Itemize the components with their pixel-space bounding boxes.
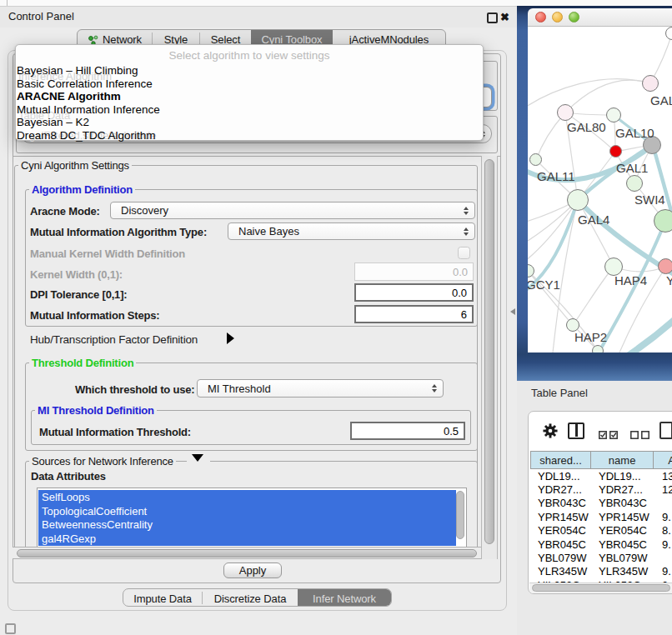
network-window-titlebar[interactable] — [528, 8, 672, 27]
hub-definition-label[interactable]: Hub/Transcription Factor Definition — [30, 333, 198, 346]
columns-icon[interactable] — [568, 422, 584, 439]
unchecked-pair-icon[interactable] — [630, 428, 650, 442]
table-row[interactable]: YBL079WYBL079W — [530, 551, 672, 564]
network-node[interactable] — [654, 209, 672, 232]
sources-collapse-arrow-icon[interactable] — [192, 454, 203, 462]
table-row[interactable]: YER054CYER054C8. — [530, 524, 672, 538]
tab-impute-data[interactable]: Impute Data — [123, 589, 202, 607]
node-label: HAP4 — [614, 273, 647, 288]
list-item-label: BetweennessCentrality — [42, 518, 153, 531]
manual-kernel-checkbox[interactable] — [458, 247, 470, 259]
network-node[interactable] — [642, 75, 659, 92]
popup-item[interactable]: Bayesian – Hill Climbing — [17, 64, 479, 78]
table-panel-title: Table Panel — [531, 387, 588, 399]
dpi-tolerance-field[interactable]: 0.0 — [354, 283, 474, 302]
node-label: GAL1 — [616, 161, 648, 175]
node-label: HAP2 — [574, 330, 607, 344]
table-row[interactable]: YLR345WYLR345W9. — [530, 565, 672, 578]
network-node[interactable] — [606, 108, 621, 122]
table-header-name[interactable]: name — [591, 451, 654, 469]
control-panel-titlebar: Control Panel ✖ — [0, 7, 517, 28]
network-canvas[interactable]: GAL7 GAL80 GAL10 GAL1 GAL11 SWI4 GAL4 HA… — [528, 27, 672, 352]
table-header-shared[interactable]: shared... — [530, 451, 591, 469]
mi-steps-label: Mutual Information Steps: — [30, 309, 159, 322]
popup-item[interactable]: ARACNE Algorithm — [17, 90, 479, 103]
table-header-extra[interactable]: A — [654, 451, 672, 469]
cell: YLR345W — [592, 565, 655, 578]
node-label: GCY1 — [528, 278, 560, 292]
data-attributes-list[interactable]: SelfLoops TopologicalCoefficient Between… — [37, 488, 467, 548]
data-attributes-label: Data Attributes — [31, 470, 106, 482]
network-node[interactable] — [658, 258, 672, 274]
application-window: Control Panel ✖ Network Style Select Cyn… — [0, 0, 672, 635]
mi-threshold-value: 0.5 — [444, 425, 459, 438]
tab-discretize-data[interactable]: Discretize Data — [203, 589, 298, 607]
sources-title: Sources for Network Inference — [29, 455, 176, 468]
header-label: shared... — [539, 454, 582, 467]
kernel-width-value: 0.0 — [453, 266, 468, 278]
network-node[interactable] — [557, 104, 574, 121]
document-icon[interactable] — [659, 422, 672, 439]
table-hscrollbar-thumb[interactable] — [532, 584, 670, 592]
table-row[interactable]: YDR27...YDR27...12 — [530, 482, 672, 496]
apply-button-label: Apply — [239, 564, 267, 577]
network-node[interactable] — [592, 345, 604, 352]
kernel-width-field[interactable]: 0.0 — [354, 262, 474, 281]
node-label: GAL7 — [650, 93, 672, 108]
collapsed-panel-icon[interactable] — [5, 623, 16, 634]
header-label: A — [668, 454, 672, 467]
float-icon[interactable] — [487, 12, 498, 23]
mi-type-combo[interactable]: Naive Bayes — [228, 222, 475, 240]
node-label: SWI4 — [634, 192, 665, 207]
table-row[interactable]: YPR145WYPR145W9. — [530, 510, 672, 523]
aracne-mode-combo[interactable]: Discovery — [110, 202, 475, 219]
settings-vscrollbar-thumb[interactable] — [484, 159, 494, 544]
checked-pair-icon[interactable] — [599, 428, 619, 442]
cell: YER054C — [530, 524, 592, 537]
network-node[interactable] — [626, 175, 643, 192]
gear-icon[interactable] — [543, 423, 558, 442]
settings-hscrollbar-thumb[interactable] — [17, 549, 477, 558]
popup-item[interactable]: Basic Correlation Inference — [17, 78, 479, 91]
tab-impute-data-label: Impute Data — [133, 592, 192, 605]
splitter-arrow-icon[interactable] — [510, 308, 515, 315]
cell: YDR27... — [530, 483, 592, 496]
minimize-traffic-light-icon[interactable] — [552, 12, 563, 22]
node-label: GAL11 — [537, 169, 575, 183]
table-row[interactable]: YBR043CYBR043C — [530, 497, 672, 510]
table-row[interactable]: YBR045CYBR045C9. — [530, 538, 672, 551]
mi-threshold-label: Mutual Information Threshold: — [39, 426, 191, 438]
popup-item-label: ARACNE Algorithm — [17, 90, 121, 102]
tab-infer-network[interactable]: Infer Network — [298, 589, 391, 607]
table-row[interactable]: YDL19...YDL19...13 — [530, 469, 672, 482]
list-scrollbar[interactable] — [456, 491, 464, 539]
popup-item[interactable]: Dream8 DC_TDC Algorithm — [17, 129, 479, 142]
list-item[interactable]: SelfLoops — [38, 490, 456, 504]
list-item[interactable]: BetweennessCentrality — [38, 518, 456, 532]
mi-threshold-field[interactable]: 0.5 — [350, 422, 465, 440]
popup-item[interactable]: Mutual Information Inference — [17, 103, 479, 117]
mi-steps-field[interactable]: 6 — [354, 305, 474, 323]
network-node[interactable] — [529, 153, 542, 166]
hub-expand-arrow-icon[interactable] — [227, 332, 234, 344]
which-threshold-combo[interactable]: MI Threshold — [197, 379, 444, 398]
combo-arrows-icon — [464, 207, 469, 215]
network-node[interactable] — [609, 145, 622, 158]
tab-infer-network-label: Infer Network — [313, 592, 376, 605]
close-traffic-light-icon[interactable] — [535, 12, 546, 22]
mi-type-value: Naive Bayes — [238, 225, 299, 238]
combo-arrows-icon — [432, 384, 437, 392]
list-item[interactable]: TopologicalCoefficient — [38, 504, 456, 518]
apply-button[interactable]: Apply — [223, 562, 282, 578]
aracne-mode-value: Discovery — [121, 204, 168, 217]
header-label: name — [609, 454, 636, 467]
zoom-traffic-light-icon[interactable] — [569, 12, 579, 22]
cell: YBL079W — [530, 552, 592, 564]
list-item[interactable]: gal4RGexp — [38, 532, 456, 546]
top-strip-divider — [7, 0, 8, 6]
cyni-algorithm-settings-title: Cyni Algorithm Settings — [18, 159, 132, 172]
popup-item[interactable]: Bayesian – K2 — [17, 116, 479, 129]
close-icon[interactable]: ✖ — [500, 11, 509, 23]
popup-item-label: Bayesian – Hill Climbing — [17, 64, 138, 77]
network-node[interactable] — [567, 189, 589, 211]
